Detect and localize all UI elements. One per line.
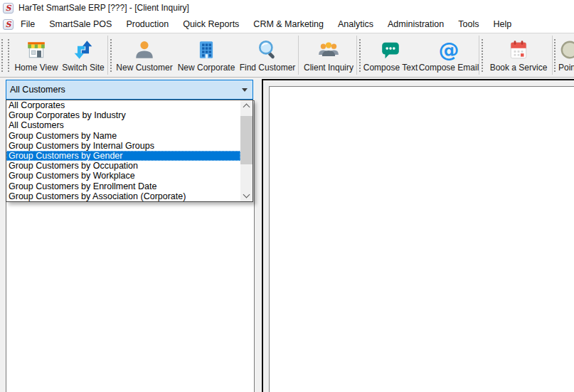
- book-service-button[interactable]: Book a Service: [486, 34, 551, 76]
- compose-email-button[interactable]: @ Compose Email: [419, 34, 479, 76]
- menu-administration[interactable]: Administration: [381, 17, 451, 31]
- client-inquiry-label: Client Inquiry: [304, 63, 354, 73]
- compose-text-button[interactable]: Compose Text: [363, 34, 418, 76]
- toolbar-grip[interactable]: [554, 39, 556, 72]
- toolbar-separator: [356, 36, 357, 75]
- client-inquiry-button[interactable]: Client Inquiry: [301, 34, 356, 76]
- dropdown-option[interactable]: Group Customers by Occupation: [6, 161, 240, 171]
- title-bar: S HarTet SmartSale ERP [???] - [Client I…: [0, 0, 574, 16]
- chevron-down-icon: [243, 191, 250, 198]
- client-inquiry-content: [269, 86, 574, 392]
- people-group-icon: [318, 38, 339, 61]
- toolbar-grip[interactable]: [1, 39, 3, 72]
- view-selector-dropdown-list: All Corporates Group Corporates by Indus…: [6, 100, 253, 202]
- find-customer-label: Find Customer: [240, 63, 296, 73]
- menu-crm-marketing[interactable]: CRM & Marketing: [246, 17, 331, 31]
- toolbar-grip[interactable]: [359, 39, 361, 72]
- points-label-truncated: Poin: [558, 63, 574, 73]
- calendar-icon: [508, 38, 529, 61]
- scrollbar-down-button[interactable]: [240, 190, 253, 201]
- dropdown-items: All Corporates Group Corporates by Indus…: [6, 100, 240, 201]
- menu-analytics[interactable]: Analytics: [331, 17, 381, 31]
- main-toolbar: Home View Switch Site New Customer: [0, 33, 574, 78]
- view-selector-combobox[interactable]: All Customers: [6, 80, 253, 100]
- compose-text-label: Compose Text: [363, 63, 418, 73]
- switch-arrows-icon: [73, 38, 94, 61]
- menu-production[interactable]: Production: [119, 17, 176, 31]
- magnifier-icon: [257, 38, 278, 61]
- combobox-dropdown-button[interactable]: [237, 80, 253, 99]
- menu-quick-reports[interactable]: Quick Reports: [176, 17, 246, 31]
- building-icon: [196, 38, 217, 61]
- dropdown-option[interactable]: Group Customers by Enrollment Date: [6, 181, 240, 191]
- home-view-label: Home View: [14, 63, 58, 73]
- switch-site-button[interactable]: Switch Site: [61, 34, 105, 76]
- new-customer-button[interactable]: New Customer: [115, 34, 174, 76]
- app-window: S HarTet SmartSale ERP [???] - [Client I…: [0, 0, 574, 392]
- switch-site-label: Switch Site: [62, 63, 104, 73]
- menu-help[interactable]: Help: [486, 17, 519, 31]
- menu-tools[interactable]: Tools: [451, 17, 486, 31]
- new-corporate-label: New Corporate: [178, 63, 235, 73]
- new-corporate-button[interactable]: New Corporate: [175, 34, 238, 76]
- points-circle-icon: [558, 38, 574, 61]
- person-icon: [134, 38, 155, 61]
- toolbar-grip[interactable]: [482, 39, 483, 72]
- dropdown-option[interactable]: All Customers: [6, 120, 240, 130]
- dropdown-option-selected[interactable]: Group Customers by Gender: [6, 151, 240, 161]
- dropdown-option[interactable]: Group Customers by Association (Corporat…: [6, 191, 240, 201]
- points-button-truncated[interactable]: Poin: [557, 34, 574, 76]
- dropdown-option[interactable]: Group Customers by Internal Groups: [6, 141, 240, 151]
- menu-bar: S File SmartSale POS Production Quick Re…: [0, 16, 574, 33]
- window-title: HarTet SmartSale ERP [???] - [Client Inq…: [18, 3, 189, 13]
- storefront-icon: [26, 38, 47, 61]
- toolbar-separator: [479, 36, 479, 75]
- compose-email-label: Compose Email: [419, 63, 479, 73]
- dropdown-scrollbar[interactable]: [240, 100, 253, 201]
- at-sign-icon: @: [439, 38, 459, 61]
- book-service-label: Book a Service: [490, 63, 548, 73]
- mdi-child-icon: S: [3, 19, 14, 30]
- find-customer-button[interactable]: Find Customer: [239, 34, 296, 76]
- toolbar-separator: [298, 36, 299, 75]
- scrollbar-up-button[interactable]: [240, 100, 253, 112]
- dropdown-option[interactable]: All Corporates: [6, 100, 240, 110]
- dropdown-option[interactable]: Group Customers by Workplace: [6, 171, 240, 181]
- toolbar-separator: [107, 36, 108, 75]
- app-logo-icon: S: [3, 3, 14, 14]
- home-view-button[interactable]: Home View: [11, 34, 61, 76]
- toolbar-separator: [552, 36, 553, 75]
- chevron-up-icon: [243, 104, 250, 111]
- scrollbar-thumb[interactable]: [240, 116, 253, 164]
- chat-bubble-icon: [380, 38, 401, 61]
- chevron-down-icon: [242, 88, 248, 92]
- new-customer-label: New Customer: [116, 63, 172, 73]
- view-selector-value: All Customers: [6, 85, 237, 95]
- toolbar-grip[interactable]: [8, 39, 9, 72]
- toolbar-grip[interactable]: [110, 39, 112, 72]
- dropdown-option[interactable]: Group Customers by Name: [6, 131, 240, 141]
- dropdown-option[interactable]: Group Corporates by Industry: [6, 110, 240, 120]
- menu-file[interactable]: File: [14, 17, 42, 31]
- client-inquiry-panel: [262, 79, 574, 392]
- menu-smartsale-pos[interactable]: SmartSale POS: [42, 17, 119, 31]
